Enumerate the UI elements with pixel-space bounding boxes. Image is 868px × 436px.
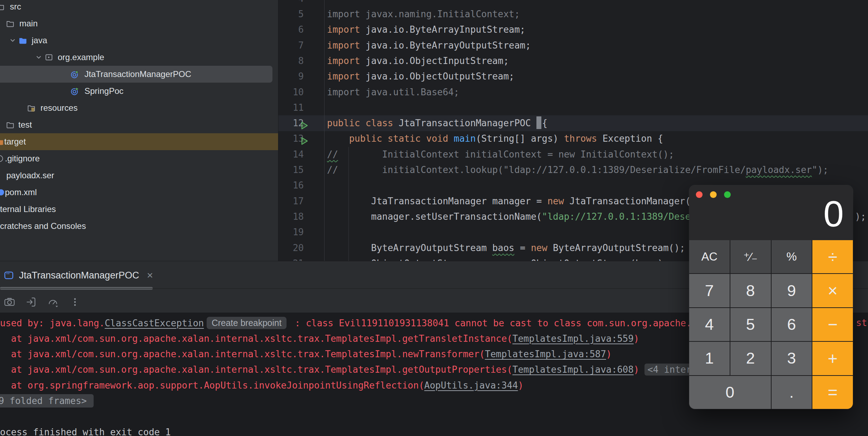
calc-key-6[interactable]: 6 <box>772 308 812 341</box>
line-number: 8 <box>278 53 304 69</box>
tree-item-label: JtaTransactionManagerPOC <box>84 66 191 83</box>
folder-icon <box>6 19 15 28</box>
tree-item-ternal-libraries[interactable]: ternal Libraries <box>0 201 278 218</box>
calculator-display: 0 <box>823 193 844 235</box>
text-caret <box>536 116 541 129</box>
gauge-icon[interactable] <box>47 296 59 308</box>
calc-key-AC[interactable]: AC <box>689 240 730 273</box>
attach-profiler-icon[interactable] <box>25 296 37 308</box>
calc-key-%[interactable]: % <box>772 240 812 273</box>
chevron-down-icon[interactable] <box>8 36 17 45</box>
line-number: 4 <box>278 0 304 6</box>
code-line-10: import java.util.Base64; <box>327 84 459 100</box>
calc-key-⁺⁄₋[interactable]: ⁺⁄₋ <box>730 240 771 273</box>
tree-item-label: SpringPoc <box>84 83 124 100</box>
zoom-window-icon[interactable] <box>724 191 731 198</box>
stack-frame-link[interactable]: AopUtils.java:344 <box>424 380 518 391</box>
stack-frame-link[interactable]: TemplatesImpl.java:559 <box>512 333 634 344</box>
tree-item-label: src <box>10 0 21 15</box>
console-toolbar <box>4 291 81 313</box>
calc-key-8[interactable]: 8 <box>730 274 771 307</box>
calc-key-3[interactable]: 3 <box>772 342 812 375</box>
folded-frames-chip[interactable]: 9 folded frames> <box>0 394 94 408</box>
close-tab-icon[interactable]: × <box>147 269 153 281</box>
kebab-menu-icon[interactable] <box>69 296 81 308</box>
tree-item-springpoc[interactable]: SpringPoc <box>0 83 278 100</box>
run-tab-label: JtaTransactionManagerPOC <box>19 270 139 281</box>
line-number: 7 <box>278 38 304 53</box>
line-number: 17 <box>278 193 304 209</box>
calc-key-1[interactable]: 1 <box>689 342 730 375</box>
tree-item-test[interactable]: test <box>0 116 278 133</box>
tree-item-label: cratches and Consoles <box>0 218 86 235</box>
create-breakpoint-chip[interactable]: Create breakpoint <box>207 317 287 329</box>
folder-excluded-icon <box>0 137 4 146</box>
calc-key-=[interactable]: = <box>812 376 853 409</box>
folder-icon <box>0 2 5 11</box>
tree-item-jtatransactionmanagerpoc[interactable]: JtaTransactionManagerPOC <box>0 66 278 83</box>
calc-key-−[interactable]: − <box>812 308 853 341</box>
calc-key-4[interactable]: 4 <box>689 308 730 341</box>
tree-item-payloadx-ser[interactable]: payloadx.ser <box>0 167 278 184</box>
code-line-8: import java.io.ObjectInputStream; <box>327 53 509 69</box>
console-text: : class Evil1191101931138041 cannot be c… <box>289 318 689 328</box>
traffic-lights <box>696 191 731 198</box>
calc-key-+[interactable]: + <box>812 342 853 375</box>
tree-item-target[interactable]: target <box>0 133 278 150</box>
code-line-13: public static void main(String[] args) t… <box>327 131 663 146</box>
tree-item-cratches-and-consoles[interactable]: cratches and Consoles <box>0 218 278 235</box>
tree-item-label: pom.xml <box>5 184 37 201</box>
calculator-titlebar[interactable]: 0 <box>689 185 853 240</box>
stack-frame-link[interactable]: ClassCastException <box>105 318 204 328</box>
calc-key-2[interactable]: 2 <box>730 342 771 375</box>
console-text: ) <box>634 333 639 344</box>
chevron-down-icon[interactable] <box>34 53 43 62</box>
calc-key-7[interactable]: 7 <box>689 274 730 307</box>
camera-icon[interactable] <box>4 296 15 308</box>
tree-item-label: ternal Libraries <box>0 201 56 218</box>
console-text: at org.springframework.aop.support.AopUt… <box>0 380 424 391</box>
tree-item-main[interactable]: main <box>0 15 278 32</box>
tree-item-src[interactable]: src <box>0 0 278 15</box>
calc-key-×[interactable]: × <box>812 274 853 307</box>
close-window-icon[interactable] <box>696 191 703 198</box>
console-text: ) <box>518 380 523 391</box>
line-number: 14 <box>278 147 304 162</box>
console-text: ) <box>606 349 612 359</box>
tree-item-org-example[interactable]: org.example <box>0 49 278 66</box>
console-text: at java.xml/com.sun.org.apache.xalan.int… <box>0 349 485 359</box>
calc-key-0[interactable]: 0 <box>689 376 771 409</box>
tree-item-label: payloadx.ser <box>6 167 54 184</box>
line-number: 5 <box>278 6 304 22</box>
line-number: 16 <box>278 178 304 193</box>
tree-item--gitignore[interactable]: .gitignore <box>0 150 278 167</box>
code-line-9: import java.io.ObjectOutputStream; <box>327 69 514 84</box>
tree-item-label: test <box>18 116 32 133</box>
code-line-18: manager.setUserTransactionName("ldap://1… <box>327 209 691 224</box>
project-tree: srcmainjavaorg.exampleJtaTransactionMana… <box>0 0 278 261</box>
package-icon <box>44 53 54 62</box>
code-line-21: ObjectOutputStream oos = new ObjectOutpu… <box>327 256 669 261</box>
code-line-17: JtaTransactionManager manager = new JtaT… <box>327 193 691 209</box>
tree-item-label: .gitignore <box>5 150 40 167</box>
stack-frame-link[interactable]: TemplatesImpl.java:587 <box>485 349 606 359</box>
folder-resources-icon <box>27 103 36 113</box>
code-line-14: // InitialContext initialContext = new I… <box>327 147 674 162</box>
run-tab[interactable]: JtaTransactionManagerPOC × <box>4 265 153 285</box>
calc-key-÷[interactable]: ÷ <box>812 240 853 273</box>
tree-item-java[interactable]: java <box>0 32 278 49</box>
minimize-window-icon[interactable] <box>710 191 717 198</box>
folder-source-icon <box>18 36 27 45</box>
line-number: 21 <box>278 256 304 261</box>
tree-item-pom-xml[interactable]: pom.xml <box>0 184 278 201</box>
scope-row-highlight <box>0 133 278 150</box>
calc-key-5[interactable]: 5 <box>730 308 771 341</box>
console-line: 9 folded frames> <box>0 393 94 409</box>
calculator-window[interactable]: 0 AC⁺⁄₋%÷789×456−123+0.= <box>689 185 853 409</box>
calc-key-9[interactable]: 9 <box>772 274 812 307</box>
tree-item-resources[interactable]: resources <box>0 100 278 116</box>
code-line-6: import java.io.ByteArrayInputStream; <box>327 22 526 37</box>
console-text: used by: java.lang. <box>0 318 105 328</box>
calc-key-.[interactable]: . <box>772 376 812 409</box>
stack-frame-link[interactable]: TemplatesImpl.java:608 <box>512 364 634 375</box>
